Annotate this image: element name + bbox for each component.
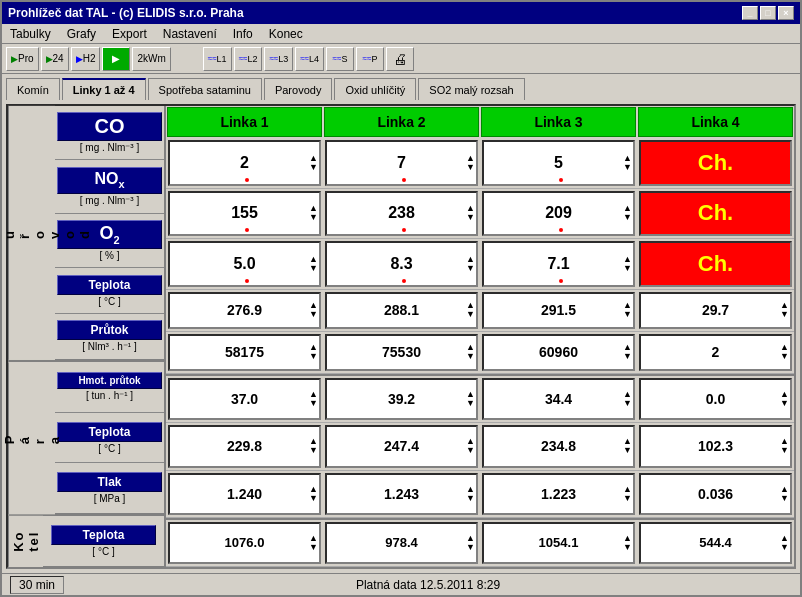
arrows-tlak-l4[interactable]: ▲▼ — [780, 485, 789, 503]
co-button[interactable]: CO — [57, 112, 162, 141]
co-linka3[interactable]: 5 ▲▼ — [482, 140, 635, 186]
menu-tabulky[interactable]: Tabulky — [6, 27, 55, 41]
toolbar-pro[interactable]: ▶Pro — [6, 47, 39, 71]
arrows-h-l4[interactable]: ▲▼ — [780, 390, 789, 408]
tlak-linka4[interactable]: 0.036 ▲▼ — [639, 473, 792, 515]
arrows-t2-l3[interactable]: ▲▼ — [623, 437, 632, 455]
menu-grafy[interactable]: Grafy — [63, 27, 100, 41]
arrows-p-l4[interactable]: ▲▼ — [780, 343, 789, 361]
tab-komin[interactable]: Komín — [6, 78, 60, 100]
hmot-linka2[interactable]: 39.2 ▲▼ — [325, 378, 478, 420]
prutok-linka1[interactable]: 58175 ▲▼ — [168, 334, 321, 371]
toolbar-24[interactable]: ▶24 — [41, 47, 69, 71]
arrows-t2-l1[interactable]: ▲▼ — [309, 437, 318, 455]
menu-nastaveni[interactable]: Nastavení — [159, 27, 221, 41]
toolbar-p[interactable]: ≈≈P — [356, 47, 384, 71]
toolbar-2kwm[interactable]: 2kWm — [132, 47, 170, 71]
arrows-p-l3[interactable]: ▲▼ — [623, 343, 632, 361]
close-button[interactable]: × — [778, 6, 794, 20]
teplota3-linka3[interactable]: 1054.1 ▲▼ — [482, 522, 635, 564]
nox-linka3[interactable]: 209 ▲▼ — [482, 191, 635, 237]
teplota1-linka2[interactable]: 288.1 ▲▼ — [325, 292, 478, 329]
co-linka1[interactable]: 2 ▲▼ — [168, 140, 321, 186]
menu-konec[interactable]: Konec — [265, 27, 307, 41]
teplota2-linka2[interactable]: 247.4 ▲▼ — [325, 425, 478, 467]
toolbar-l2[interactable]: ≈≈L2 — [234, 47, 263, 71]
arrows-t3-l2[interactable]: ▲▼ — [466, 534, 475, 552]
teplota1-linka4[interactable]: 29.7 ▲▼ — [639, 292, 792, 329]
arrows-tlak-l1[interactable]: ▲▼ — [309, 485, 318, 503]
arrows-tlak-l2[interactable]: ▲▼ — [466, 485, 475, 503]
arrows-p-l2[interactable]: ▲▼ — [466, 343, 475, 361]
teplota2-linka4[interactable]: 102.3 ▲▼ — [639, 425, 792, 467]
arrows-h-l3[interactable]: ▲▼ — [623, 390, 632, 408]
tab-linky[interactable]: Linky 1 až 4 — [62, 78, 146, 100]
hmot-button[interactable]: Hmot. průtok — [57, 372, 162, 389]
o2-linka4[interactable]: Ch. — [639, 241, 792, 287]
teplota2-linka3[interactable]: 234.8 ▲▼ — [482, 425, 635, 467]
hmot-linka1[interactable]: 37.0 ▲▼ — [168, 378, 321, 420]
arrows-nox-l3[interactable]: ▲▼ — [623, 204, 632, 222]
teplota1-linka1[interactable]: 276.9 ▲▼ — [168, 292, 321, 329]
toolbar-l3[interactable]: ≈≈L3 — [264, 47, 293, 71]
arrows-o2-l2[interactable]: ▲▼ — [466, 255, 475, 273]
teplota2-button[interactable]: Teplota — [57, 422, 162, 442]
teplota3-linka4[interactable]: 544.4 ▲▼ — [639, 522, 792, 564]
arrows-h-l1[interactable]: ▲▼ — [309, 390, 318, 408]
minimize-button[interactable]: _ — [742, 6, 758, 20]
nox-button[interactable]: NOx — [57, 167, 162, 193]
arrows-t2-l4[interactable]: ▲▼ — [780, 437, 789, 455]
toolbar-h2[interactable]: ▶H2 — [71, 47, 101, 71]
o2-linka2[interactable]: 8.3 ▲▼ — [325, 241, 478, 287]
tab-spotreba[interactable]: Spotřeba sataminu — [148, 78, 262, 100]
arrows-t1-l2[interactable]: ▲▼ — [466, 301, 475, 319]
prutok-linka3[interactable]: 60960 ▲▼ — [482, 334, 635, 371]
teplota1-button[interactable]: Teplota — [57, 275, 162, 295]
teplota3-button[interactable]: Teplota — [51, 525, 156, 545]
maximize-button[interactable]: □ — [760, 6, 776, 20]
hmot-linka4[interactable]: 0.0 ▲▼ — [639, 378, 792, 420]
tab-oxid[interactable]: Oxid uhlíčitý — [334, 78, 416, 100]
tlak-linka3[interactable]: 1.223 ▲▼ — [482, 473, 635, 515]
tlak-button[interactable]: Tlak — [57, 472, 162, 492]
prutok-linka2[interactable]: 75530 ▲▼ — [325, 334, 478, 371]
arrows-co-l2[interactable]: ▲▼ — [466, 154, 475, 172]
arrows-co-l3[interactable]: ▲▼ — [623, 154, 632, 172]
prutok-linka4[interactable]: 2 ▲▼ — [639, 334, 792, 371]
toolbar-s[interactable]: ≈≈S — [326, 47, 354, 71]
toolbar-print[interactable]: 🖨 — [386, 47, 414, 71]
teplota3-linka2[interactable]: 978.4 ▲▼ — [325, 522, 478, 564]
prutok-button[interactable]: Průtok — [57, 320, 162, 340]
arrows-t3-l1[interactable]: ▲▼ — [309, 534, 318, 552]
menu-info[interactable]: Info — [229, 27, 257, 41]
nox-linka4[interactable]: Ch. — [639, 191, 792, 237]
tab-so2[interactable]: SO2 malý rozsah — [418, 78, 524, 100]
arrows-nox-l2[interactable]: ▲▼ — [466, 204, 475, 222]
tlak-linka2[interactable]: 1.243 ▲▼ — [325, 473, 478, 515]
arrows-t3-l3[interactable]: ▲▼ — [623, 534, 632, 552]
toolbar-l1[interactable]: ≈≈L1 — [203, 47, 232, 71]
hmot-linka3[interactable]: 34.4 ▲▼ — [482, 378, 635, 420]
arrows-t1-l1[interactable]: ▲▼ — [309, 301, 318, 319]
teplota3-linka1[interactable]: 1076.0 ▲▼ — [168, 522, 321, 564]
arrows-nox-l1[interactable]: ▲▼ — [309, 204, 318, 222]
tab-parovody[interactable]: Parovody — [264, 78, 332, 100]
nox-linka1[interactable]: 155 ▲▼ — [168, 191, 321, 237]
arrows-p-l1[interactable]: ▲▼ — [309, 343, 318, 361]
arrows-t1-l4[interactable]: ▲▼ — [780, 301, 789, 319]
toolbar-btn4[interactable]: ▶ — [102, 47, 130, 71]
arrows-t2-l2[interactable]: ▲▼ — [466, 437, 475, 455]
arrows-t1-l3[interactable]: ▲▼ — [623, 301, 632, 319]
o2-linka3[interactable]: 7.1 ▲▼ — [482, 241, 635, 287]
arrows-co-l1[interactable]: ▲▼ — [309, 154, 318, 172]
tlak-linka1[interactable]: 1.240 ▲▼ — [168, 473, 321, 515]
co-linka2[interactable]: 7 ▲▼ — [325, 140, 478, 186]
arrows-o2-l3[interactable]: ▲▼ — [623, 255, 632, 273]
arrows-tlak-l3[interactable]: ▲▼ — [623, 485, 632, 503]
arrows-t3-l4[interactable]: ▲▼ — [780, 534, 789, 552]
co-linka4[interactable]: Ch. — [639, 140, 792, 186]
arrows-o2-l1[interactable]: ▲▼ — [309, 255, 318, 273]
menu-export[interactable]: Export — [108, 27, 151, 41]
nox-linka2[interactable]: 238 ▲▼ — [325, 191, 478, 237]
arrows-h-l2[interactable]: ▲▼ — [466, 390, 475, 408]
